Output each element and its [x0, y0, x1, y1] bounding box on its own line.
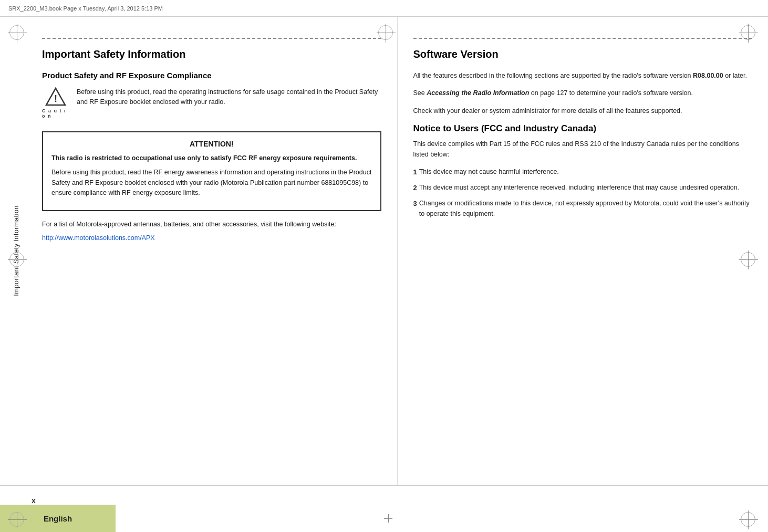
list-num: 2: [413, 183, 417, 193]
page-number: x: [32, 496, 36, 505]
caution-text: Before using this product, read the oper…: [77, 87, 381, 108]
attention-para1: Before using this product, read the RF e…: [51, 168, 372, 198]
list-text: Changes or modifications made to this de…: [419, 199, 752, 219]
reg-mark-left-mid: [9, 252, 24, 267]
crosshair-bottom-center: [384, 514, 392, 523]
software-para1: All the features described in the follow…: [413, 71, 753, 81]
list-item: 2This device must accept any interferenc…: [413, 183, 753, 193]
software-para1-after: or later.: [723, 72, 747, 79]
list-item: 1This device may not cause harmful inter…: [413, 167, 753, 178]
sidebar-label-container: Important Safety Information: [0, 17, 32, 485]
page-header: SRX_2200_M3.book Page x Tuesday, April 3…: [0, 0, 768, 17]
software-version-bold: R08.00.00: [693, 72, 723, 79]
attention-bold-line: This radio is restricted to occupational…: [51, 153, 372, 163]
list-text: This device must accept any interference…: [419, 183, 739, 193]
left-section-title: Important Safety Information: [42, 48, 381, 60]
english-label: English: [44, 514, 72, 523]
notice-title: Notice to Users (FCC and Industry Canada…: [413, 123, 753, 134]
list-num: 1: [413, 167, 417, 178]
left-column: Important Safety Information Product Saf…: [32, 17, 398, 485]
conditions-list: 1This device may not cause harmful inter…: [413, 167, 753, 219]
right-column: Software Version All the features descri…: [398, 17, 769, 485]
reg-mark-right-mid: [741, 252, 755, 267]
radio-info-after: on page 127 to determine your radio's so…: [529, 89, 693, 97]
radio-info-para: See Accessing the Radio Information on p…: [413, 88, 753, 98]
attention-body: This radio is restricted to occupational…: [51, 153, 372, 199]
left-dashes: [42, 38, 381, 40]
motorola-link[interactable]: http://www.motorolasolutions.com/APX: [42, 234, 155, 242]
caution-triangle-svg: !: [45, 87, 66, 106]
page-footer: x English: [0, 485, 768, 532]
notice-intro: This device complies with Part 15 of the…: [413, 139, 753, 160]
dealer-para: Check with your dealer or system adminis…: [413, 106, 753, 116]
list-item: 3Changes or modifications made to this d…: [413, 199, 753, 219]
antenna-para: For a list of Motorola-approved antennas…: [42, 220, 381, 230]
svg-text:!: !: [54, 93, 57, 104]
list-text: This device may not cause harmful interf…: [419, 167, 559, 178]
attention-box: ATTENTION! This radio is restricted to o…: [42, 131, 381, 211]
header-text: SRX_2200_M3.book Page x Tuesday, April 3…: [8, 5, 163, 12]
content-area: Important Safety Information Product Saf…: [32, 17, 768, 485]
reg-mark-bottom-right: [741, 512, 755, 527]
reg-mark-bottom-left: [9, 512, 24, 527]
right-dashes: [413, 38, 753, 40]
product-safety-title: Product Safety and RF Exposure Complianc…: [42, 71, 381, 80]
attention-bold-text: This radio is restricted to occupational…: [51, 154, 357, 162]
attention-heading: ATTENTION!: [51, 140, 372, 148]
sidebar-label-text: Important Safety Information: [12, 205, 20, 296]
caution-label: C a u t i o n: [42, 108, 69, 119]
software-version-title: Software Version: [413, 48, 753, 60]
caution-box: ! C a u t i o n Before using this produc…: [42, 87, 381, 119]
software-para1-before: All the features described in the follow…: [413, 72, 693, 79]
radio-info-bold: Accessing the Radio Information: [427, 89, 529, 97]
radio-info-before: See: [413, 89, 427, 97]
list-num: 3: [413, 199, 417, 219]
caution-icon: ! C a u t i o n: [42, 87, 69, 119]
